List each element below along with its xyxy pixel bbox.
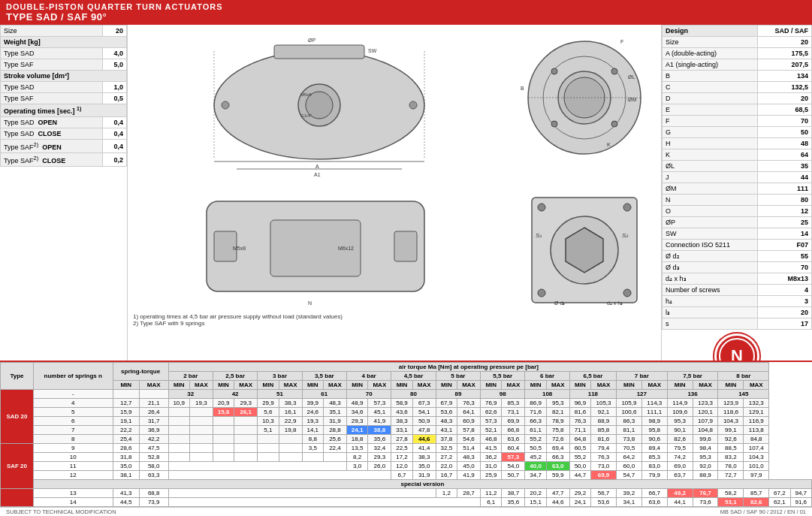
A-label: A (double-acting) (663, 48, 758, 59)
s10-25-min (213, 453, 234, 462)
s8-65-max: 81,6 (591, 435, 617, 444)
spring-torque-header: spring-torque (113, 363, 168, 381)
s11-75-min: 69,0 (667, 462, 693, 471)
s14-ms-min: 44,5 (113, 498, 139, 507)
s4-3-max: 38,3 (279, 399, 302, 408)
s14-7-max: 73,6 (693, 498, 718, 507)
s10-4-min: 8,2 (347, 453, 368, 462)
svg-text:G1/4": G1/4" (300, 113, 312, 118)
max3: MAX (279, 381, 302, 390)
saf20-type: SAF 20 (1, 444, 34, 489)
s6-6-min: 66,3 (525, 417, 546, 426)
saf-weight: 5,0 (102, 59, 126, 71)
s13-7-min: 49,2 (667, 489, 693, 498)
svg-text:d₄ x h₃: d₄ x h₃ (607, 300, 623, 306)
max5: MAX (368, 381, 391, 390)
min10: MIN (569, 381, 590, 390)
A-value: 175,5 (758, 48, 812, 59)
s7-25-min (213, 426, 234, 435)
min6: MIN (391, 381, 412, 390)
s8-25-min (213, 435, 234, 444)
bar-2-5: 2,5 bar (213, 372, 257, 381)
h4-value: 3 (758, 296, 812, 307)
s13-65-max: 66,7 (641, 489, 667, 498)
s9-4-min: 13,5 (347, 444, 368, 453)
s14-65-min: 34,1 (616, 498, 641, 507)
s7-75-min: 90,1 (667, 426, 693, 435)
s11-45-min: 12,0 (391, 462, 412, 471)
s8-3-max (279, 435, 302, 444)
d2-label: Ø d₂ (663, 251, 758, 262)
min8: MIN (481, 381, 502, 390)
ms-min-header: MIN (113, 381, 139, 390)
s9-75-max: 98,4 (693, 444, 718, 453)
s-label: s (663, 318, 758, 330)
l3-value: 20 (758, 307, 812, 318)
s6-55-max: 69,9 (502, 417, 525, 426)
side-diagram-svg: F ØL B ØM K (517, 30, 652, 180)
s13-65-min: 39,2 (616, 489, 641, 498)
s10-5-max: 48,3 (457, 453, 481, 462)
s5-3-max: 16,1 (279, 408, 302, 417)
s8-25-max (234, 435, 258, 444)
s11-ms-max: 58,0 (139, 462, 168, 471)
s12-7-min: 54,7 (616, 471, 641, 480)
svg-text:M5x8: M5x8 (300, 92, 312, 97)
sad20-6-5bar: 118 (569, 390, 616, 399)
s8-ms-max: 42,2 (139, 435, 168, 444)
O-value: 12 (758, 206, 812, 217)
s12-ms-min: 38,1 (113, 471, 139, 480)
s5-5-max: 64,1 (457, 408, 481, 417)
s6-65-max: 88,9 (591, 417, 617, 426)
s5-25-min: 15,6 (213, 408, 234, 417)
s6-8-max: 116,9 (744, 417, 769, 426)
s5-55-max: 73,1 (502, 408, 525, 417)
min2: MIN (213, 381, 234, 390)
s9-7-min: 70,5 (616, 444, 641, 453)
max4: MAX (323, 381, 346, 390)
bar-7-5: 7,5 bar (667, 372, 718, 381)
special-version-label: special version (33, 480, 811, 489)
s4-35-min: 39,9 (302, 399, 323, 408)
s12-65-min: 44,7 (569, 471, 590, 480)
center-panel: ØP SW M5x8 G1/4" A (128, 25, 662, 361)
s10-7-max: 85,3 (641, 453, 667, 462)
s7-ms-min: 22,2 (113, 426, 139, 435)
s14-5-max: 35,6 (502, 498, 525, 507)
s11-4-max: 26,0 (368, 462, 391, 471)
s11-65-max: 73,0 (591, 462, 617, 471)
top-diagram-svg: ØP SW M5x8 G1/4" A (192, 30, 447, 180)
svg-rect-1 (274, 45, 364, 59)
saf-label: Type SAF (1, 59, 103, 71)
s4-25-max: 29,3 (234, 399, 258, 408)
h4-label: h₄ (663, 296, 758, 307)
max10: MAX (591, 381, 617, 390)
s7-45-max: 47,8 (412, 426, 436, 435)
ms-max-header: MAX (139, 381, 168, 390)
s10-3-max (279, 453, 302, 462)
s7-65-max: 85,8 (591, 426, 617, 435)
s11-8-min: 78,0 (718, 462, 744, 471)
L-value: 35 (758, 161, 812, 172)
weight-header: Weight [kg] (1, 37, 127, 48)
sad20-2bar: 32 (168, 390, 213, 399)
s10-65-min: 55,2 (569, 453, 590, 462)
s11-7-min: 60,0 (616, 462, 641, 471)
s9-ms-max: 47,5 (139, 444, 168, 453)
s6-springs: 6 (33, 417, 113, 426)
s7-5-min: 43,1 (436, 426, 457, 435)
s10-5-min: 27,2 (436, 453, 457, 462)
s8-6-max: 72,6 (546, 435, 569, 444)
bar-4: 4 bar (347, 372, 391, 381)
s5-2b-max (189, 408, 213, 417)
bar-7: 7 bar (616, 372, 667, 381)
s9-5-max: 51,4 (457, 444, 481, 453)
s5-2b-min (168, 408, 189, 417)
s9-25-max (234, 444, 258, 453)
s10-6-min: 45,2 (525, 453, 546, 462)
bar-4-5: 4,5 bar (391, 372, 436, 381)
bar-3-5: 3,5 bar (302, 372, 346, 381)
A1-label: A1 (single-acting) (663, 59, 758, 71)
min4: MIN (302, 381, 323, 390)
s14-65-max: 63,6 (641, 498, 667, 507)
